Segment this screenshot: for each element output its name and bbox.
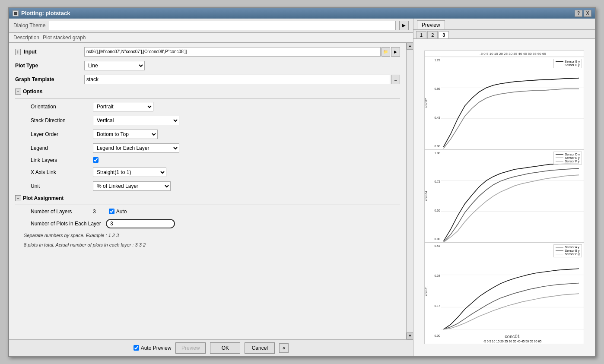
sub-tab-3[interactable]: 3	[439, 31, 449, 38]
number-of-layers-value: 3	[93, 209, 96, 215]
unit-row: Unit % of Linked Layer Absolute	[24, 181, 400, 191]
legend-label: Legend	[24, 145, 93, 151]
number-of-layers-label: Number of Layers	[24, 209, 93, 215]
plot-assignment-divider	[15, 205, 400, 205]
main-window: ▦ Plotting: plotstack ? X Dialog Theme ▶…	[8, 7, 596, 357]
auto-checkbox[interactable]	[109, 209, 114, 214]
input-row: i Input 📁 ▶	[15, 47, 400, 57]
y-axis-2: 1.08 0.72 0.36 0.00 conc04	[425, 150, 441, 242]
stack-direction-label: Stack Direction	[24, 117, 93, 123]
plot-type-select[interactable]: Line Scatter Bar	[84, 61, 145, 70]
scroll-track	[407, 50, 413, 332]
legend-label-3c: Sensor C y	[565, 253, 580, 256]
y-label-1-bot: 0.00	[425, 145, 440, 148]
scroll-down-button[interactable]: ▼	[407, 332, 413, 339]
auto-preview-label: Auto Preview	[141, 345, 172, 351]
unit-label: Unit	[24, 183, 93, 189]
y-axis-1-title: conc07	[425, 98, 428, 108]
auto-preview-row: Auto Preview	[134, 345, 172, 351]
input-field[interactable]	[84, 47, 381, 57]
input-browse-button[interactable]: 📁	[381, 47, 391, 57]
orientation-select[interactable]: Portrait Landscape	[93, 102, 153, 111]
preview-tab-bar: Preview	[413, 19, 595, 30]
auto-checkbox-row: Auto	[109, 209, 127, 215]
unit-select[interactable]: % of Linked Layer Absolute	[93, 181, 171, 191]
y-label-2-mid1: 0.72	[425, 180, 440, 183]
orientation-control: Portrait Landscape	[93, 102, 400, 111]
sub-tab-2[interactable]: 2	[427, 31, 438, 38]
form-scrollbar[interactable]: ▲ ▼	[406, 43, 413, 339]
options-section-title: Options	[23, 89, 42, 95]
orientation-label: Orientation	[24, 104, 93, 110]
number-of-layers-row: Number of Layers 3 Auto	[24, 209, 400, 215]
collapse-button[interactable]: «	[279, 343, 289, 353]
sub-tab-1[interactable]: 1	[416, 31, 426, 38]
options-section-header: − Options	[15, 89, 400, 95]
legend-label-2b: Sensor E y	[565, 156, 579, 159]
y-label-3-mid2: 0.17	[425, 304, 440, 307]
legend-1: Sensor G y Sensor H y	[553, 59, 582, 68]
input-label: i Input	[15, 49, 84, 55]
preview-area: -5 0 5 10 15 20 25 30 35 40 45 50 55 60 …	[413, 39, 595, 356]
dialog-theme-input[interactable]	[49, 21, 396, 30]
y-label-1-mid1: 0.86	[425, 87, 440, 90]
graph-template-row: Graph Template ...	[15, 75, 400, 84]
options-collapse-button[interactable]: −	[15, 89, 21, 95]
y-axis-2-title: conc04	[425, 191, 428, 201]
layer-order-row: Layer Order Bottom to Top Top to Bottom	[24, 130, 400, 139]
y-label-3-bot: 0.00	[425, 334, 440, 337]
help-button[interactable]: ?	[575, 10, 582, 17]
y-label-2-top: 1.08	[425, 152, 440, 155]
note1-text: Separate numbers by space. Example : 1 2…	[24, 233, 119, 238]
legend-label-1b: Sensor H y	[565, 63, 580, 66]
graph-template-label: Graph Template	[15, 76, 84, 82]
y-axis-3-title: conc01	[425, 286, 428, 296]
x-axis-link-select[interactable]: Straight(1 to 1) Custom	[93, 168, 166, 177]
note1-row: Separate numbers by space. Example : 1 2…	[24, 233, 400, 238]
window-icon: ▦	[13, 10, 19, 16]
legend-2: Sensor D y Sensor E y Sensor F y	[553, 152, 582, 165]
link-layers-label: Link Layers	[24, 157, 93, 163]
y-axis-3: 0.51 0.34 0.17 0.00 conc01	[425, 243, 441, 339]
dialog-theme-arrow-button[interactable]: ▶	[399, 21, 409, 30]
top-axis: -5 0 5 10 15 20 25 30 35 40 45 50 55 60 …	[425, 51, 584, 57]
options-divider	[15, 98, 400, 98]
options-content: Orientation Portrait Landscape Stack Dir…	[15, 102, 400, 191]
legend-select[interactable]: Legend for Each Layer Single Legend No L…	[93, 143, 179, 153]
link-layers-checkbox[interactable]	[93, 157, 99, 163]
layer-order-select[interactable]: Bottom to Top Top to Bottom	[93, 130, 158, 139]
graph-template-container: ...	[84, 75, 400, 84]
content-area: Dialog Theme ▶ Description Plot stacked …	[9, 19, 595, 356]
preview-button[interactable]: Preview	[175, 342, 206, 354]
number-of-plots-control	[106, 219, 400, 228]
input-arrow-button[interactable]: ▶	[391, 47, 400, 57]
plot-type-label: Plot Type	[15, 63, 84, 69]
stack-direction-select[interactable]: Vertical Horizontal	[93, 116, 179, 125]
ok-button[interactable]: OK	[210, 342, 240, 354]
legend-label-1a: Sensor G y	[565, 60, 580, 63]
number-of-plots-input[interactable]	[106, 219, 175, 228]
stack-direction-control: Vertical Horizontal	[93, 116, 400, 125]
graph-template-input[interactable]	[84, 75, 390, 84]
link-layers-checkbox-row	[93, 157, 400, 163]
legend-item-3c: Sensor C y	[556, 253, 580, 256]
graph-template-browse-button[interactable]: ...	[391, 75, 400, 84]
dialog-theme-label: Dialog Theme	[13, 22, 45, 28]
note2-text: 8 plots in total. Actual number of plots…	[24, 242, 146, 247]
y-label-1-top: 1.29	[425, 59, 440, 62]
right-panel: Preview 1 2 3 -5 0 5 10 15 20 25 30 35 4…	[413, 19, 595, 356]
close-button[interactable]: X	[584, 10, 591, 17]
auto-preview-checkbox[interactable]	[134, 345, 139, 351]
number-of-plots-row: Number of Plots in Each Layer	[24, 219, 400, 228]
unit-control: % of Linked Layer Absolute	[93, 181, 400, 191]
svg-text:conc01: conc01	[505, 334, 520, 339]
plot-type-control: Line Scatter Bar	[84, 61, 400, 70]
number-of-plots-label: Number of Plots in Each Layer	[24, 221, 106, 227]
description-value: Plot stacked graph	[43, 35, 86, 41]
preview-tab[interactable]: Preview	[417, 20, 445, 29]
scroll-up-button[interactable]: ▲	[407, 43, 413, 50]
form-area: i Input 📁 ▶ Plot Type	[9, 43, 406, 339]
cancel-button[interactable]: Cancel	[245, 342, 275, 354]
plot-assignment-collapse-button[interactable]: −	[15, 195, 21, 201]
description-label: Description	[13, 35, 39, 41]
